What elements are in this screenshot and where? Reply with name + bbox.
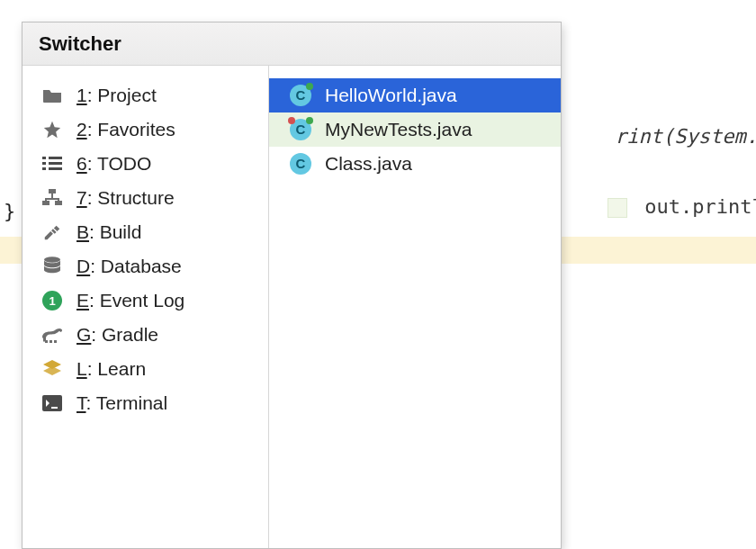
switcher-popup: Switcher 1: Project 2: Favorites [22, 22, 562, 549]
svg-rect-0 [42, 157, 46, 159]
svg-rect-1 [49, 157, 62, 159]
svg-rect-5 [49, 167, 62, 170]
java-class-icon [289, 152, 312, 176]
star-icon [40, 118, 64, 141]
structure-icon [40, 186, 64, 210]
java-class-icon [289, 84, 312, 107]
java-class-icon [289, 118, 312, 141]
gutter-marker [608, 198, 627, 218]
code-brace: } [4, 200, 15, 222]
folder-icon [40, 84, 64, 107]
todo-list-icon [40, 152, 64, 176]
event-log-badge-icon: 1 [40, 289, 64, 312]
tool-item-terminal[interactable]: T: Terminal [22, 386, 268, 420]
tool-item-learn[interactable]: L: Learn [22, 352, 268, 386]
svg-rect-3 [49, 162, 62, 165]
svg-rect-10 [45, 198, 59, 200]
terminal-icon [40, 392, 64, 415]
svg-point-13 [44, 256, 60, 263]
file-item-helloworld[interactable]: HelloWorld.java [269, 78, 561, 112]
svg-rect-4 [42, 167, 46, 170]
code-fragment-println: out.println(" [560, 173, 756, 240]
svg-rect-12 [58, 198, 59, 201]
tool-item-database[interactable]: D: Database [22, 249, 268, 284]
learn-chevrons-icon [40, 357, 64, 381]
gradle-elephant-icon [40, 323, 64, 346]
switcher-body: 1: Project 2: Favorites [22, 66, 561, 548]
svg-rect-14 [42, 395, 62, 411]
file-item-class[interactable]: Class.java [269, 147, 561, 181]
tool-item-event-log[interactable]: 1 E: Event Log [22, 284, 268, 318]
switcher-tool-windows: 1: Project 2: Favorites [22, 66, 269, 548]
switcher-title: Switcher [22, 22, 561, 66]
svg-rect-9 [51, 194, 53, 198]
svg-rect-2 [42, 162, 46, 165]
svg-rect-7 [42, 201, 50, 205]
hammer-icon [40, 220, 64, 244]
switcher-open-files: HelloWorld.java MyNewTests.java Class.ja… [269, 66, 561, 548]
tool-item-gradle[interactable]: G: Gradle [22, 318, 268, 352]
tool-item-todo[interactable]: 6: TODO [22, 147, 268, 181]
tool-item-structure[interactable]: 7: Structure [22, 181, 268, 215]
tool-item-favorites[interactable]: 2: Favorites [22, 112, 268, 147]
svg-rect-11 [45, 198, 47, 201]
file-item-mynewtests[interactable]: MyNewTests.java [269, 112, 561, 147]
code-fragment-print: rint(System.out [567, 103, 756, 170]
svg-rect-6 [49, 189, 56, 194]
svg-rect-8 [55, 201, 62, 205]
database-icon [40, 255, 64, 278]
tool-item-build[interactable]: B: Build [22, 215, 268, 249]
tool-item-project[interactable]: 1: Project [22, 78, 268, 112]
